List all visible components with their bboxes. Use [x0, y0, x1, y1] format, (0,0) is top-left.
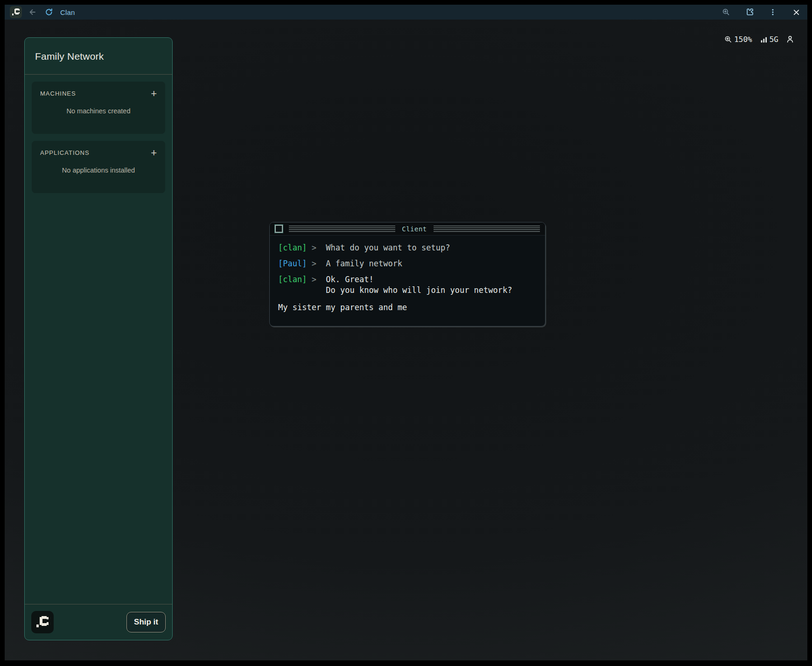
back-arrow-icon	[28, 8, 36, 16]
zoom-level-value: 150%	[734, 35, 752, 44]
machines-section-label: MACHINES	[40, 90, 76, 97]
add-application-button[interactable]: +	[151, 150, 157, 156]
speaker-clan: [clan]	[278, 243, 307, 253]
close-window-button[interactable]	[790, 6, 803, 19]
clan-logo-icon	[10, 6, 22, 18]
zoom-icon	[722, 8, 730, 16]
client-window: Client [clan] > What do you want to setu…	[269, 222, 546, 326]
chat-message: [clan] > What do you want to setup?	[278, 243, 537, 253]
sidebar-header: Family Network	[25, 38, 172, 74]
network-status: 5G	[761, 35, 778, 44]
extensions-button[interactable]	[743, 6, 756, 19]
speaker-clan: [clan]	[278, 274, 307, 296]
close-icon	[792, 8, 800, 16]
page-zoom-button[interactable]	[720, 6, 733, 19]
back-button[interactable]	[26, 6, 39, 19]
client-titlebar[interactable]: Client	[270, 222, 545, 236]
message-text: What do you want to setup?	[326, 243, 450, 253]
zoom-level-indicator[interactable]: 150%	[724, 35, 752, 44]
clan-logo-icon	[31, 611, 54, 633]
page-title: Family Network	[35, 51, 162, 62]
extensions-puzzle-icon	[745, 7, 754, 17]
sidebar-footer: Ship it	[25, 604, 172, 640]
menu-button[interactable]	[766, 6, 779, 19]
applications-empty-state: No applications installed	[40, 166, 157, 174]
prompt-arrow: >	[312, 258, 316, 269]
kebab-menu-icon	[769, 8, 777, 16]
zoom-in-icon	[724, 35, 732, 43]
message-text: Ok. Great!	[326, 274, 512, 285]
client-terminal[interactable]: [clan] > What do you want to setup? [Pau…	[270, 236, 545, 313]
machines-empty-state: No machines created	[40, 107, 157, 115]
message-text: A family network	[326, 258, 402, 269]
chat-message: [clan] > Ok. Great! Do you know who will…	[278, 274, 537, 296]
client-window-title: Client	[395, 225, 434, 233]
add-machine-button[interactable]: +	[151, 90, 157, 97]
prompt-arrow: >	[312, 274, 316, 296]
refresh-icon	[45, 8, 53, 16]
chat-message: [Paul] > A family network	[278, 258, 537, 269]
message-text: Do you know who will join your network?	[326, 285, 512, 296]
browser-title-bar: Clan	[5, 5, 807, 20]
tab-title: Clan	[60, 8, 75, 16]
user-icon	[786, 35, 794, 43]
refresh-button[interactable]	[42, 6, 56, 19]
sidebar: Family Network MACHINES + No machines cr…	[24, 37, 173, 640]
prompt-arrow: >	[312, 243, 316, 253]
window-close-box-icon[interactable]	[275, 225, 283, 233]
machines-section: MACHINES + No machines created	[32, 82, 165, 134]
titlebar-stripes	[434, 226, 540, 232]
speaker-paul: [Paul]	[278, 258, 307, 269]
terminal-input-line[interactable]: My sister my parents and me	[278, 302, 537, 313]
desktop: Clan	[5, 5, 807, 660]
network-label: 5G	[770, 35, 778, 44]
applications-section-label: APPLICATIONS	[40, 149, 90, 156]
user-button[interactable]	[786, 35, 794, 43]
signal-bars-icon	[761, 36, 768, 43]
ship-it-button[interactable]: Ship it	[126, 612, 166, 632]
status-indicators: 150% 5G	[724, 34, 794, 45]
titlebar-stripes	[289, 226, 395, 232]
applications-section: APPLICATIONS + No applications installed	[32, 141, 165, 193]
